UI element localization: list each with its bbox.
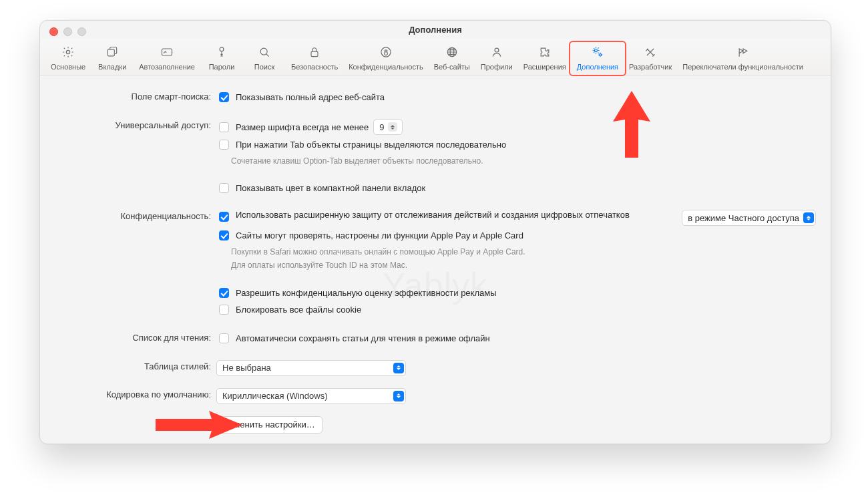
label-proxies: Прокси: <box>55 416 216 428</box>
search-icon <box>258 45 271 60</box>
label-accessibility: Универсальный доступ: <box>55 119 216 130</box>
tab-search[interactable]: Поиск <box>243 43 286 75</box>
tab-security[interactable]: Безопасность <box>286 43 343 75</box>
svg-rect-2 <box>162 49 172 55</box>
checkbox-block-cookies[interactable] <box>219 305 229 315</box>
gears-icon <box>591 45 604 60</box>
text-compact-color: Показывать цвет в компактной панели вкла… <box>236 183 425 193</box>
select-encoding[interactable]: Кириллическая (Windows) <box>216 388 406 404</box>
gear-icon <box>61 45 75 60</box>
tabs-icon <box>105 45 119 60</box>
flags-icon <box>736 45 750 60</box>
checkbox-ad-measure[interactable] <box>219 288 229 298</box>
label-encoding: Кодировка по умолчанию: <box>55 388 216 399</box>
checkbox-apple-pay[interactable] <box>219 230 229 240</box>
text-apple-pay: Сайты могут проверять, настроены ли функ… <box>236 230 523 240</box>
svg-point-9 <box>495 48 499 52</box>
preferences-window: Дополнения Основные Вкладки Автозаполнен… <box>39 20 831 444</box>
tools-icon <box>644 45 657 60</box>
titlebar: Дополнения <box>40 21 831 39</box>
text-show-full-url: Показывать полный адрес веб-сайта <box>236 92 385 102</box>
tab-passwords[interactable]: Пароли <box>200 43 243 75</box>
tab-autofill[interactable]: Автозаполнение <box>134 43 200 75</box>
svg-rect-5 <box>311 51 318 57</box>
svg-point-11 <box>600 54 602 56</box>
pencil-icon <box>160 45 174 60</box>
content-area: Yablyk Поле смарт-поиска: Показывать пол… <box>40 75 831 444</box>
key-icon <box>215 45 228 60</box>
text-block-cookies: Блокировать все файлы cookie <box>236 305 361 315</box>
label-smart-search: Поле смарт-поиска: <box>55 90 216 102</box>
text-tab-highlight: При нажатии Tab объекты страницы выделяю… <box>236 140 506 150</box>
text-min-font: Размер шрифта всегда не менее <box>236 122 369 132</box>
puzzle-icon <box>538 45 552 60</box>
tab-developer[interactable]: Разработчик <box>624 43 677 75</box>
checkbox-advanced-tracking[interactable] <box>219 212 229 222</box>
window-title: Дополнения <box>40 25 831 35</box>
label-privacy: Конфиденциальность: <box>55 210 216 221</box>
tab-tabs[interactable]: Вкладки <box>91 43 134 75</box>
text-advanced-tracking: Использовать расширенную защиту от отсле… <box>236 210 630 220</box>
label-style-sheet: Таблица стилей: <box>55 360 216 371</box>
svg-point-4 <box>260 48 267 55</box>
tab-advanced[interactable]: Дополнения <box>572 43 624 75</box>
button-change-proxy-settings[interactable]: Изменить настройки… <box>216 416 322 434</box>
checkbox-save-offline[interactable] <box>219 333 229 343</box>
checkbox-min-font[interactable] <box>219 122 229 132</box>
checkbox-show-full-url[interactable] <box>219 92 229 102</box>
select-min-font-size[interactable]: 9 <box>373 119 403 135</box>
tab-websites[interactable]: Веб-сайты <box>429 43 475 75</box>
select-tracking-scope[interactable]: в режиме Частного доступа <box>682 210 816 226</box>
lock-icon <box>308 45 321 60</box>
person-icon <box>490 45 503 60</box>
tab-profiles[interactable]: Профили <box>475 43 518 75</box>
hint-option-tab: Сочетание клавиш Option-Tab выделяет объ… <box>231 156 816 166</box>
hint-apple-pay2: Для оплаты используйте Touch ID на этом … <box>231 260 816 271</box>
tab-feature-flags[interactable]: Переключатели функциональности <box>677 43 809 75</box>
svg-rect-1 <box>108 49 115 56</box>
select-style-sheet[interactable]: Не выбрана <box>216 360 406 376</box>
svg-point-10 <box>594 49 597 52</box>
label-reading-list: Список для чтения: <box>55 331 216 343</box>
tab-privacy[interactable]: Конфиденциальность <box>343 43 429 75</box>
preferences-toolbar: Основные Вкладки Автозаполнение Пароли П… <box>40 39 831 75</box>
tab-general[interactable]: Основные <box>45 43 91 75</box>
hint-apple-pay1: Покупки в Safari можно оплачивать онлайн… <box>231 246 816 257</box>
checkbox-compact-color[interactable] <box>219 183 229 193</box>
tab-extensions[interactable]: Расширения <box>518 43 572 75</box>
svg-point-0 <box>66 50 69 53</box>
watermark: Yablyk <box>383 265 488 305</box>
text-save-offline: Автоматически сохранять статьи для чтени… <box>236 333 490 343</box>
checkbox-tab-highlight[interactable] <box>219 140 229 150</box>
hand-icon <box>379 45 393 60</box>
globe-icon <box>445 45 459 60</box>
svg-point-3 <box>220 47 224 51</box>
